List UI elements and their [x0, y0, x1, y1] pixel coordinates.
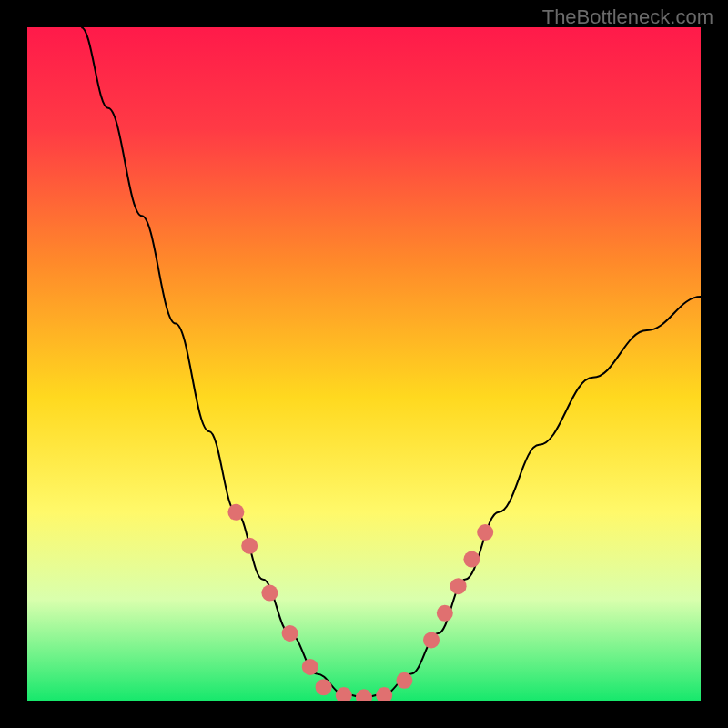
data-point	[228, 504, 244, 521]
chart-container	[27, 27, 701, 701]
data-point	[302, 659, 318, 675]
data-point	[241, 538, 258, 554]
data-point	[261, 585, 278, 602]
watermark-text: TheBottleneck.com	[542, 5, 713, 29]
data-point	[437, 605, 453, 622]
data-point	[477, 524, 493, 541]
chart-background	[27, 27, 701, 701]
data-point	[463, 551, 480, 568]
data-point	[316, 679, 332, 695]
data-point	[396, 672, 412, 689]
data-point	[423, 632, 440, 648]
data-point	[282, 625, 298, 642]
data-point	[450, 578, 467, 594]
chart-svg	[27, 27, 701, 701]
